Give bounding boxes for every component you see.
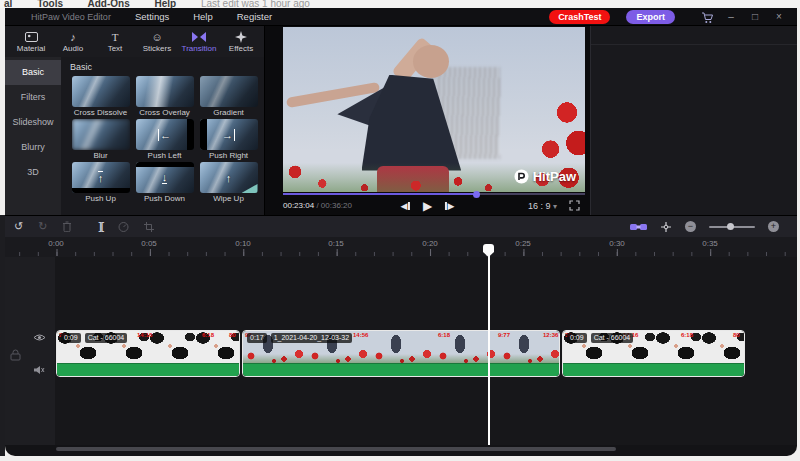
bg-status-text: Last edit was 1 hour ago: [201, 0, 310, 8]
bg-menu-tools[interactable]: Tools: [37, 0, 63, 8]
ruler-label: 0:05: [129, 239, 169, 248]
timeline-clip-cat-1[interactable]: 24 14:16 6:18 80 0:09 Cat - 66004: [56, 330, 240, 377]
total-time: 00:36:20: [321, 201, 352, 210]
preview-panel: HitPaw 00:23:04 / 00:36:20 ◀ ▶ ▶: [265, 26, 590, 215]
clip-name-badge: 1_2021-04-20_12-03-32: [271, 333, 353, 343]
background-app-menubar: al Tools Add-Ons Help Last edit was 1 ho…: [0, 0, 800, 8]
video-figure-head: [413, 45, 449, 78]
burned-timecode: 6:18: [681, 332, 693, 339]
transition-categories: Basic Filters Slideshow Blurry 3D: [5, 57, 61, 215]
ruler-label: 0:10: [223, 239, 263, 248]
tab-transition-label: Transition: [182, 44, 217, 53]
push-up-arrow-icon: ↑: [72, 162, 130, 193]
bg-menu-fragment: al: [4, 0, 12, 8]
timeline-ruler[interactable]: 0:00 0:05 0:10 0:15 0:20 0:25 0:30 0:35: [5, 237, 797, 257]
transition-push-down[interactable]: ↓ Push Down: [134, 162, 195, 203]
transition-mode-icon[interactable]: [630, 222, 647, 232]
transition-push-left[interactable]: ← Push Left: [134, 119, 195, 160]
tab-material-label: Material: [17, 44, 45, 53]
transition-cross-dissolve[interactable]: Cross Dissolve: [70, 76, 131, 117]
delete-button[interactable]: [62, 221, 72, 232]
transition-wipe-up[interactable]: ↑ Wipe Up: [198, 162, 259, 203]
crashtest-button[interactable]: CrashTest: [549, 10, 610, 24]
category-blurry[interactable]: Blurry: [5, 135, 61, 160]
clip-audio-waveform: [243, 363, 559, 376]
section-header: Basic: [70, 62, 264, 72]
undo-button[interactable]: ↺: [14, 221, 23, 232]
tab-text[interactable]: T Text: [94, 26, 136, 57]
ruler-label: 0:15: [316, 239, 356, 248]
transition-blur[interactable]: Blur: [70, 119, 131, 160]
preview-controls: 00:23:04 / 00:36:20 ◀ ▶ ▶ 16 : 9 ▾: [265, 196, 590, 215]
timeline-zoom-slider[interactable]: [709, 226, 755, 228]
menu-help[interactable]: Help: [193, 11, 213, 22]
transition-panel-body: Basic Filters Slideshow Blurry 3D Basic …: [5, 57, 264, 215]
clip-audio-waveform: [563, 363, 744, 376]
prev-frame-button[interactable]: ◀: [400, 201, 409, 211]
timeline-clip-cat-2[interactable]: 30 14:16 6:18 80 0:09 Cat - 66004: [562, 330, 745, 377]
tab-effects[interactable]: Effects: [220, 26, 262, 57]
watermark: HitPaw: [514, 169, 576, 184]
play-button[interactable]: ▶: [423, 199, 432, 213]
tab-material[interactable]: Material: [10, 26, 52, 57]
cart-icon[interactable]: [695, 9, 719, 24]
transition-gradient[interactable]: Gradient: [198, 76, 259, 117]
preview-seekbar[interactable]: [283, 193, 585, 195]
category-basic[interactable]: Basic: [5, 60, 61, 85]
timeline-horizontal-scrollbar[interactable]: [56, 447, 616, 451]
next-frame-button[interactable]: ▶: [445, 201, 454, 211]
time-display: 00:23:04 / 00:36:20: [283, 201, 352, 210]
push-right-arrow-icon: →: [200, 119, 258, 150]
speed-button[interactable]: [118, 221, 129, 232]
track-header: [5, 257, 55, 445]
burned-timecode: 80: [229, 332, 236, 339]
caret-down-icon: ▾: [553, 202, 557, 211]
category-filters[interactable]: Filters: [5, 85, 61, 110]
redo-button[interactable]: ↻: [38, 221, 47, 232]
burned-timecode: 80: [733, 332, 740, 339]
burned-timecode: 6:18: [202, 332, 214, 339]
export-button[interactable]: Export: [626, 10, 675, 24]
stickers-icon: ☺: [151, 30, 162, 43]
snap-icon[interactable]: [660, 221, 672, 233]
bg-menu-help[interactable]: Help: [154, 0, 176, 8]
split-button[interactable]: ][: [98, 221, 103, 232]
bg-menu-addons[interactable]: Add-Ons: [87, 0, 129, 8]
tab-transition[interactable]: Transition: [178, 26, 220, 57]
zoom-out-button[interactable]: −: [685, 221, 696, 232]
ruler-label: 0:20: [410, 239, 450, 248]
fullscreen-button[interactable]: [569, 200, 580, 211]
ruler-label: 0:00: [36, 239, 76, 248]
minimize-button[interactable]: –: [719, 8, 743, 26]
track-lock-toggle[interactable]: [10, 349, 21, 361]
zoom-in-button[interactable]: +: [768, 221, 779, 232]
track-mute-toggle[interactable]: [33, 365, 45, 375]
maximize-button[interactable]: □: [743, 8, 767, 26]
category-3d[interactable]: 3D: [5, 160, 61, 185]
close-button[interactable]: ×: [767, 8, 791, 26]
app-title: HitPaw Video Editor: [31, 12, 111, 22]
burned-timecode: 14:16: [137, 332, 152, 339]
wipe-up-arrow-icon: ↑: [200, 162, 258, 193]
category-slideshow[interactable]: Slideshow: [5, 110, 61, 135]
hitpaw-window: HitPaw Video Editor Settings Help Regist…: [5, 8, 797, 456]
timeline-clip-poppy[interactable]: 99 14:56 6:18 9:77 12:36 0:17 1_2021-04-…: [242, 330, 560, 377]
watermark-text: HitPaw: [533, 169, 576, 184]
transition-push-up[interactable]: ↑ Push Up: [70, 162, 131, 203]
clip-name-badge: Cat - 66004: [85, 333, 128, 343]
audio-icon: ♪: [70, 30, 76, 43]
transition-cross-overlay[interactable]: Cross Overlay: [134, 76, 195, 117]
tab-text-label: Text: [108, 44, 123, 53]
crop-button[interactable]: [144, 222, 154, 232]
menu-register[interactable]: Register: [237, 11, 272, 22]
menu-settings[interactable]: Settings: [135, 11, 169, 22]
aspect-ratio-selector[interactable]: 16 : 9 ▾: [528, 201, 557, 211]
hitpaw-logo-icon: [514, 169, 529, 184]
tab-audio[interactable]: ♪ Audio: [52, 26, 94, 57]
tab-stickers[interactable]: ☺ Stickers: [136, 26, 178, 57]
track-visibility-toggle[interactable]: [33, 333, 46, 342]
media-tabs: Material ♪ Audio T Text ☺ Stickers: [5, 26, 264, 57]
zoom-slider-knob[interactable]: [727, 223, 734, 230]
main-area: Material ♪ Audio T Text ☺ Stickers: [5, 26, 797, 215]
transition-push-right[interactable]: → Push Right: [198, 119, 259, 160]
